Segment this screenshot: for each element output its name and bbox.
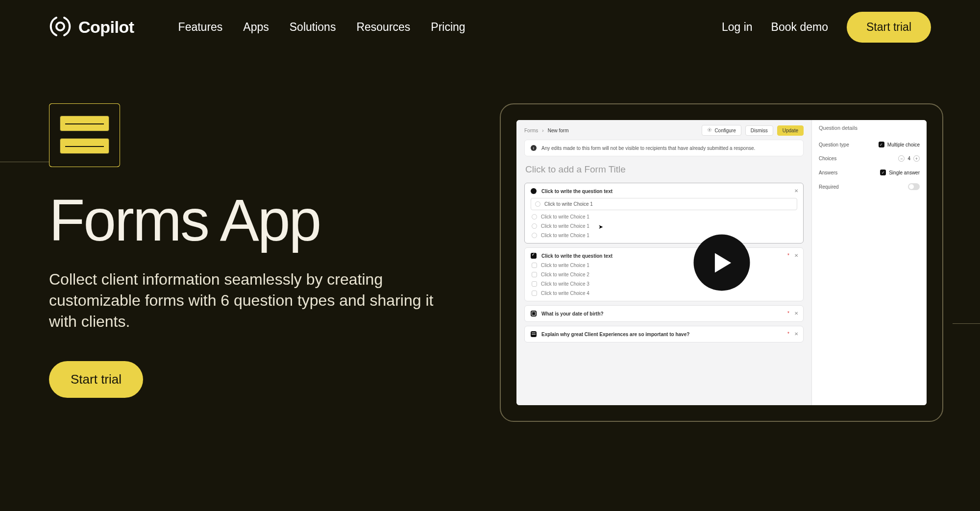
hero-description: Collect client information seamlessly by… <box>49 269 451 333</box>
paragraph-icon <box>531 331 537 337</box>
calendar-icon <box>531 311 537 316</box>
decorative-line-right <box>953 323 980 324</box>
book-demo-link[interactable]: Book demo <box>771 21 828 34</box>
question-details-panel: Question details Question type ✓Multiple… <box>811 120 927 405</box>
detail-label: Question type <box>819 142 849 147</box>
choice-input[interactable]: Click to write Choice 3 <box>531 281 797 287</box>
choice-input[interactable]: Click to write Choice 2 <box>531 272 797 277</box>
decorative-line-left <box>0 162 49 162</box>
checkbox-icon: ✓ <box>879 142 884 147</box>
checkbox-icon <box>531 253 537 259</box>
info-banner-text: Any edits made to this form will not be … <box>541 146 755 151</box>
choice-input[interactable]: Click to write Choice 1 <box>531 223 797 229</box>
close-icon[interactable]: ✕ <box>794 331 798 337</box>
play-video-button[interactable] <box>693 235 750 291</box>
question-card[interactable]: Explain why great Client Experiences are… <box>524 326 804 342</box>
choice-label: Click to write Choice 1 <box>541 223 589 229</box>
choice-label: Click to write Choice 1 <box>544 201 593 207</box>
choices-count: 4 <box>907 156 910 161</box>
cursor-icon: ➤ <box>598 223 603 230</box>
info-banner: i Any edits made to this form will not b… <box>524 140 804 156</box>
form-title-input[interactable]: Click to add a Form Title <box>524 160 804 179</box>
configure-label: Configure <box>714 128 735 133</box>
breadcrumb: Forms › New form <box>524 128 568 133</box>
hero-section: Forms App Collect client information sea… <box>0 54 980 422</box>
detail-label: Answers <box>819 170 837 175</box>
question-type-value[interactable]: Multiple choice <box>887 142 920 147</box>
choice-label: Click to write Choice 2 <box>541 272 589 277</box>
choice-input[interactable]: Click to write Choice 1 <box>531 198 797 210</box>
start-trial-button-header[interactable]: Start trial <box>847 12 931 43</box>
site-header: Copilot Features Apps Solutions Resource… <box>0 0 980 54</box>
breadcrumb-sep: › <box>542 128 543 133</box>
brand-logo[interactable]: Copilot <box>49 15 134 40</box>
answers-value[interactable]: Single answer <box>889 170 920 175</box>
login-link[interactable]: Log in <box>722 21 753 34</box>
choice-label: Click to write Choice 1 <box>541 214 589 219</box>
detail-label: Required <box>819 184 839 190</box>
hero-title: Forms App <box>49 191 470 249</box>
dismiss-button[interactable]: Dismiss <box>745 125 773 136</box>
svg-point-1 <box>709 129 710 131</box>
breadcrumb-root[interactable]: Forms <box>524 128 538 133</box>
required-toggle[interactable] <box>908 183 920 190</box>
update-label: Update <box>783 128 798 133</box>
product-screenshot-frame: Forms › New form Configure <box>500 103 943 422</box>
breadcrumb-current: New form <box>548 128 569 133</box>
gear-icon <box>707 127 712 133</box>
radio-icon <box>531 188 537 194</box>
question-card[interactable]: Click to write the question text ✕ Click… <box>524 183 804 243</box>
panel-title: Question details <box>819 125 920 131</box>
question-text[interactable]: Click to write the question text <box>541 253 612 259</box>
required-indicator: * <box>787 253 789 258</box>
start-trial-button-hero[interactable]: Start trial <box>49 361 143 398</box>
question-text[interactable]: Explain why great Client Experiences are… <box>541 332 689 337</box>
question-text[interactable]: What is your date of birth? <box>541 311 604 316</box>
question-card[interactable]: What is your date of birth? *✕ <box>524 305 804 322</box>
nav-solutions[interactable]: Solutions <box>290 21 336 34</box>
nav-apps[interactable]: Apps <box>243 21 269 34</box>
primary-nav: Features Apps Solutions Resources Pricin… <box>178 21 466 34</box>
choice-label: Click to write Choice 1 <box>541 263 589 268</box>
required-indicator: * <box>787 311 789 316</box>
required-indicator: * <box>787 331 789 337</box>
update-button[interactable]: Update <box>777 125 804 136</box>
forms-icon-bar <box>60 116 109 131</box>
close-icon[interactable]: ✕ <box>794 311 798 316</box>
brand-name: Copilot <box>78 18 134 37</box>
brand-logo-icon <box>49 15 72 40</box>
choice-label: Click to write Choice 3 <box>541 281 589 287</box>
choice-input[interactable]: Click to write Choice 1 <box>531 263 797 268</box>
nav-resources[interactable]: Resources <box>356 21 410 34</box>
increment-button[interactable]: + <box>913 155 920 162</box>
nav-pricing[interactable]: Pricing <box>431 21 465 34</box>
question-card[interactable]: Click to write the question text *✕ Clic… <box>524 247 804 301</box>
choice-input[interactable]: Click to write Choice 1 <box>531 233 797 238</box>
choice-label: Click to write Choice 4 <box>541 291 589 296</box>
close-icon[interactable]: ✕ <box>794 188 798 194</box>
dismiss-label: Dismiss <box>751 128 768 133</box>
nav-features[interactable]: Features <box>178 21 223 34</box>
detail-label: Choices <box>819 156 836 161</box>
info-icon: i <box>531 145 537 151</box>
secondary-nav: Log in Book demo Start trial <box>722 12 931 43</box>
question-text[interactable]: Click to write the question text <box>541 189 612 194</box>
configure-button[interactable]: Configure <box>702 125 741 136</box>
forms-icon-bar <box>60 138 109 154</box>
checkbox-icon: ✓ <box>880 170 886 175</box>
svg-point-0 <box>56 23 64 30</box>
close-icon[interactable]: ✕ <box>794 253 798 258</box>
breadcrumb-and-actions: Forms › New form Configure <box>524 125 804 136</box>
choice-label: Click to write Choice 1 <box>541 233 589 238</box>
forms-app-icon <box>49 103 120 167</box>
choice-input[interactable]: Click to write Choice 1 <box>531 214 797 219</box>
decrement-button[interactable]: − <box>898 155 905 162</box>
choice-input[interactable]: Click to write Choice 4 <box>531 291 797 296</box>
